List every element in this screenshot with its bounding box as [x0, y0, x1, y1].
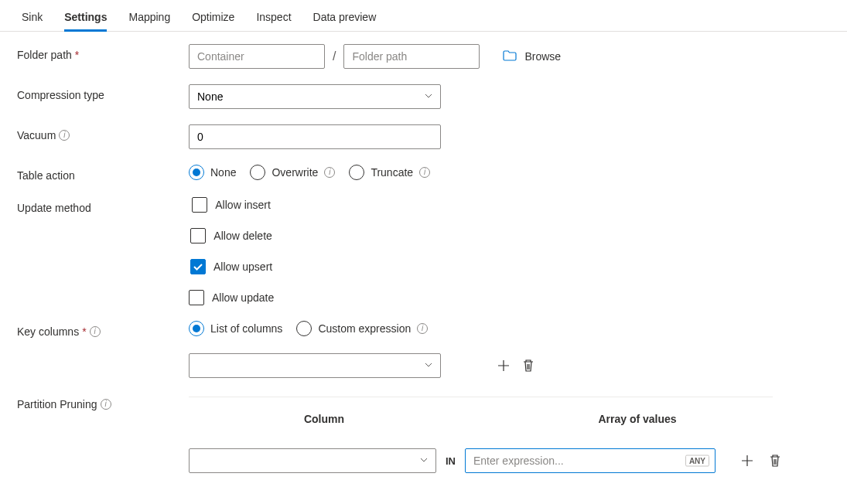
info-icon[interactable]: i — [101, 399, 111, 410]
folder-path-label: Folder path — [17, 49, 72, 61]
info-icon[interactable]: i — [324, 167, 335, 178]
pp-column-select[interactable] — [189, 448, 436, 473]
path-slash: / — [333, 49, 336, 63]
radio-icon — [296, 321, 312, 336]
container-input[interactable] — [189, 44, 325, 69]
key-columns-label: Key columns — [17, 325, 79, 338]
allow-upsert-checkbox[interactable]: Allow upsert — [190, 259, 272, 274]
radio-icon — [189, 321, 204, 336]
tabs: Sink Settings Mapping Optimize Inspect D… — [0, 0, 847, 32]
pp-values-header: Array of values — [502, 413, 773, 425]
keycol-dropdown[interactable] — [189, 353, 441, 378]
radio-icon — [349, 165, 364, 180]
allow-update-checkbox[interactable]: Allow update — [189, 290, 274, 305]
section-divider — [189, 397, 773, 397]
info-icon[interactable]: i — [419, 167, 430, 178]
pp-in-label: IN — [446, 455, 456, 467]
tab-data-preview[interactable]: Data preview — [313, 5, 377, 31]
vacuum-label: Vacuum — [17, 129, 56, 141]
compression-select[interactable] — [189, 84, 441, 109]
table-action-truncate[interactable]: Truncate i — [349, 165, 430, 180]
browse-label: Browse — [524, 50, 561, 63]
table-action-overwrite[interactable]: Overwrite i — [250, 165, 335, 180]
compression-label: Compression type — [17, 89, 104, 101]
required-asterisk: * — [82, 325, 86, 338]
partition-pruning-label: Partition Pruning — [17, 398, 97, 410]
folder-icon — [503, 50, 517, 63]
add-keycol-button[interactable] — [495, 357, 512, 374]
allow-delete-checkbox[interactable]: Allow delete — [190, 228, 272, 243]
tab-sink[interactable]: Sink — [22, 5, 43, 31]
radio-icon — [189, 165, 204, 180]
delete-pp-row-button[interactable] — [767, 452, 784, 469]
checkbox-icon — [192, 197, 207, 213]
pp-expression-input[interactable] — [465, 448, 716, 473]
info-icon[interactable]: i — [90, 326, 101, 337]
add-pp-row-button[interactable] — [739, 452, 756, 469]
tab-optimize[interactable]: Optimize — [192, 5, 234, 31]
update-method-label: Update method — [17, 202, 91, 214]
required-asterisk: * — [75, 49, 79, 61]
table-action-label: Table action — [17, 169, 75, 182]
folder-path-input[interactable] — [343, 44, 480, 69]
table-action-none[interactable]: None — [189, 165, 236, 180]
tab-mapping[interactable]: Mapping — [128, 5, 170, 31]
tab-inspect[interactable]: Inspect — [256, 5, 291, 31]
allow-insert-checkbox[interactable]: Allow insert — [192, 197, 271, 213]
checkbox-checked-icon — [190, 259, 206, 274]
tab-settings[interactable]: Settings — [64, 5, 107, 32]
keycol-list[interactable]: List of columns — [189, 321, 282, 336]
browse-button[interactable]: Browse — [503, 50, 561, 63]
pp-column-header: Column — [189, 413, 459, 425]
radio-icon — [250, 165, 265, 180]
vacuum-input[interactable] — [189, 124, 441, 149]
delete-keycol-button[interactable] — [520, 357, 537, 374]
keycol-custom[interactable]: Custom expression i — [296, 321, 428, 336]
info-icon[interactable]: i — [417, 323, 428, 334]
any-badge[interactable]: ANY — [685, 455, 709, 467]
checkbox-icon — [190, 228, 206, 243]
checkbox-icon — [189, 290, 204, 305]
info-icon[interactable]: i — [59, 130, 70, 141]
